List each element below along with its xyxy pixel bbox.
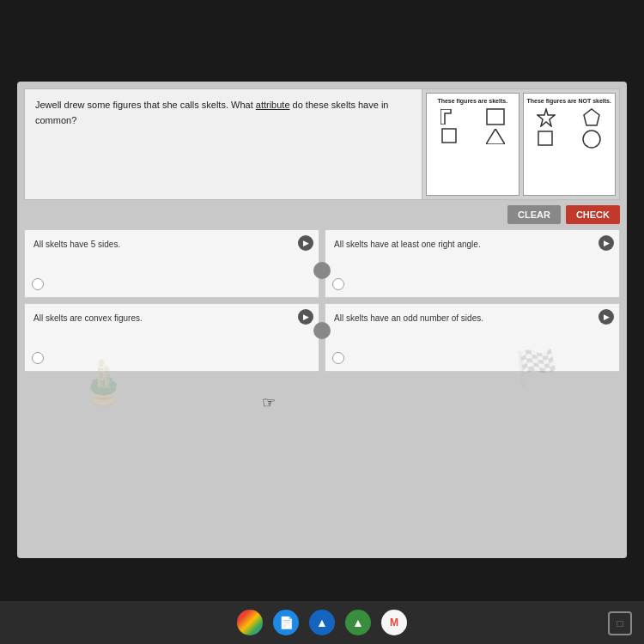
skelt-shape-2 (474, 108, 517, 125)
button-row: CLEAR CHECK (24, 205, 620, 224)
not-skelt-shape-1 (526, 108, 568, 127)
check-button[interactable]: CHECK (566, 205, 620, 224)
taskbar-chrome[interactable] (237, 610, 263, 635)
skelt-shape-1 (428, 108, 471, 125)
taskbar-gmail[interactable]: M (381, 610, 407, 635)
taskbar: 📄 ▲ ▲ M □ (0, 601, 644, 644)
not-skelt-shape-3 (526, 130, 568, 149)
radio-a[interactable] (32, 278, 44, 290)
top-bar (0, 0, 644, 82)
svg-marker-4 (538, 109, 555, 126)
svg-rect-1 (487, 109, 504, 125)
taskbar-files[interactable]: 📄 (273, 610, 299, 635)
skelts-label: These figures are skelts. (437, 97, 507, 105)
svg-marker-3 (486, 129, 505, 144)
svg-rect-6 (538, 131, 552, 145)
answer-card-a: ▶ All skelts have 5 sides. (24, 229, 319, 298)
svg-marker-0 (440, 109, 451, 125)
watermark-right: 🏁 (515, 348, 558, 388)
svg-marker-5 (584, 109, 599, 125)
audio-btn-c[interactable]: ▶ (298, 309, 313, 325)
taskbar-docs[interactable]: ▲ (345, 610, 371, 635)
answer-card-d: ▶ All skelts have an odd number of sides… (325, 303, 620, 372)
watermark-left: 🎍 (69, 348, 137, 416)
not-skelt-shape-4 (570, 130, 613, 149)
audio-btn-d[interactable]: ▶ (598, 309, 614, 325)
divider-dot-top (313, 262, 331, 279)
answer-text-b: All skelts have at least one right angle… (334, 239, 611, 251)
question-text: Jewell drew some figures that she calls … (35, 100, 388, 125)
not-skelts-label: These figures are NOT skelts. (527, 97, 611, 105)
clear-button[interactable]: CLEAR (507, 205, 561, 224)
skelts-box: These figures are skelts. (426, 93, 519, 196)
divider-dot-bottom (313, 322, 331, 339)
radio-d[interactable] (332, 352, 344, 364)
not-skelt-shape-2 (570, 108, 613, 127)
top-section: Jewell drew some figures that she calls … (24, 88, 620, 200)
answer-text-d: All skelts have an odd number of sides. (334, 313, 611, 325)
skelt-shape-3 (428, 128, 471, 145)
radio-c[interactable] (32, 352, 44, 364)
question-area: Jewell drew some figures that she calls … (25, 89, 422, 199)
cursor-hand: ☞ (262, 393, 276, 412)
answer-card-b: ▶ All skelts have at least one right ang… (325, 229, 620, 298)
taskbar-drive[interactable]: ▲ (309, 610, 335, 635)
skelt-shape-4 (474, 128, 517, 145)
radio-b[interactable] (332, 278, 344, 290)
answer-text-a: All skelts have 5 sides. (33, 239, 310, 251)
answer-text-c: All skelts are convex figures. (33, 313, 310, 325)
svg-point-7 (583, 131, 600, 148)
not-skelts-box: These figures are NOT skelts. (523, 93, 617, 196)
audio-btn-a[interactable]: ▶ (298, 235, 313, 251)
taskbar-right-icon: □ (608, 611, 632, 635)
figures-area: These figures are skelts. (422, 89, 619, 199)
audio-btn-b[interactable]: ▶ (598, 235, 614, 251)
svg-rect-2 (442, 129, 456, 143)
screen: Jewell drew some figures that she calls … (17, 82, 627, 558)
